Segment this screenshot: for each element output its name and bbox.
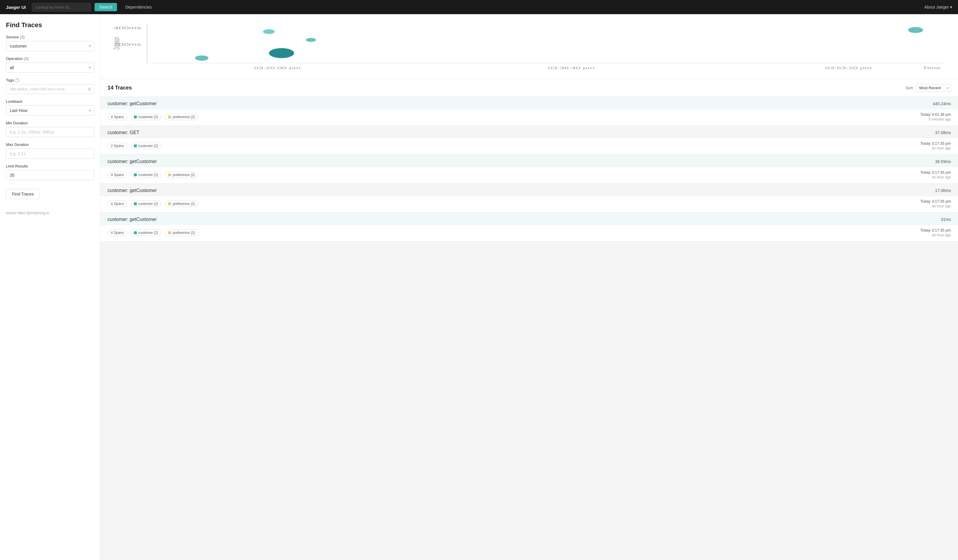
trace-clock: 4:01:36 pm (932, 112, 951, 117)
max-duration-input[interactable] (6, 149, 94, 158)
service-name: preference (2) (173, 202, 195, 206)
trace-ago: an hour ago (920, 233, 951, 237)
trace-spans: 2 Spans customer (2) (108, 142, 161, 149)
trace-duration: 31ms (941, 217, 951, 222)
trace-clock: 3:17:35 pm (932, 141, 951, 146)
trace-title: customer: getCustomer (108, 159, 157, 164)
trace-spans: 4 Spans customer (2) preference (2) (108, 172, 198, 178)
min-duration-group: Min Duration (6, 121, 94, 137)
svg-text:03:53:20 pm: 03:53:20 pm (825, 66, 872, 70)
service-tag: customer (2) (131, 172, 161, 178)
trace-card-body: 2 Spans customer (2) Today3:17:35 pm an … (100, 138, 958, 155)
service-name: customer (2) (138, 144, 158, 148)
chart-svg: 400ms 200ms 03:20:00 pm 03:36:40 pm 03:5… (109, 20, 949, 73)
trace-duration: 37.08ms (935, 130, 951, 135)
max-duration-group: Max Duration (6, 142, 94, 158)
dot-1 (195, 55, 208, 61)
dot-2 (263, 29, 275, 34)
trace-day: Today (920, 199, 931, 204)
trace-title: customer: GET (108, 130, 140, 135)
nav-dependencies[interactable]: Dependencies (122, 3, 155, 11)
service-dot (134, 173, 137, 176)
service-dot (134, 231, 137, 234)
trace-ago: an hour ago (920, 146, 951, 150)
source-link: source https://jimmysong.io (6, 211, 94, 215)
trace-card-body: 4 Spans customer (2) preference (2) Toda… (100, 225, 958, 241)
service-dot (168, 231, 171, 234)
spans-badge: 4 Spans (108, 201, 127, 207)
about-menu[interactable]: About Jaeger ▾ (924, 5, 952, 9)
trace-ago: an hour ago (920, 175, 951, 179)
svg-text:03:20:00 pm: 03:20:00 pm (254, 66, 301, 70)
svg-text:400ms: 400ms (113, 26, 141, 30)
min-duration-input[interactable] (6, 127, 94, 137)
service-tag: customer (2) (131, 229, 161, 236)
service-tag: customer (2) (131, 201, 161, 207)
search-button[interactable]: Search (95, 3, 117, 11)
sort-select[interactable]: Most Recent Longest First Shortest First… (916, 84, 951, 92)
service-name: preference (2) (173, 231, 195, 235)
service-dot (168, 173, 171, 176)
trace-clock: 3:17:35 pm (932, 199, 951, 204)
lookback-group: Lookback Last Hour Last 2 Hours Last 6 H… (6, 99, 94, 115)
chevron-down-icon: ▾ (950, 5, 952, 9)
service-label: Service (2) (6, 35, 94, 39)
service-dot (134, 144, 137, 147)
service-tag: preference (2) (165, 114, 198, 120)
find-traces-button[interactable]: Find Traces (6, 189, 40, 199)
service-dot (168, 202, 171, 205)
service-name: preference (2) (173, 173, 195, 177)
trace-day: Today (920, 170, 931, 174)
trace-clock: 3:17:35 pm (932, 170, 951, 174)
min-duration-label: Min Duration (6, 121, 94, 125)
lookback-select[interactable]: Last Hour Last 2 Hours Last 6 Hours Last… (6, 106, 94, 115)
dot-3 (269, 48, 294, 58)
scatter-chart: 400ms 200ms 03:20:00 pm 03:36:40 pm 03:5… (100, 14, 958, 79)
spans-badge: 4 Spans (108, 114, 127, 120)
tags-input[interactable] (6, 84, 94, 94)
service-dot (168, 115, 171, 119)
trace-card[interactable]: customer: GET 37.08ms 2 Spans customer (… (100, 126, 958, 155)
service-tag: preference (2) (165, 172, 198, 178)
limit-group: Limit Results (6, 164, 94, 180)
svg-text:Time: Time (923, 66, 941, 70)
trace-day: Today (920, 141, 931, 146)
trace-time: Today3:17:35 pm an hour ago (920, 170, 951, 179)
trace-time: Today3:17:35 pm an hour ago (920, 228, 951, 237)
page-title: Find Traces (6, 21, 94, 29)
svg-text:Duration: Duration (112, 37, 121, 49)
trace-duration: 38.59ms (935, 159, 951, 164)
service-name: customer (2) (138, 115, 158, 119)
limit-input[interactable] (6, 170, 94, 180)
trace-id-input[interactable] (32, 3, 91, 11)
trace-duration: 445.24ms (933, 101, 951, 106)
trace-card[interactable]: customer: getCustomer 31ms 4 Spans custo… (100, 213, 958, 242)
spans-badge: 4 Spans (108, 229, 127, 236)
trace-ago: 5 minutes ago (920, 117, 951, 122)
trace-card[interactable]: customer: getCustomer 38.59ms 4 Spans cu… (100, 155, 958, 184)
trace-title: customer: getCustomer (108, 101, 157, 106)
service-tag: preference (2) (165, 201, 198, 207)
service-tag: preference (2) (165, 229, 198, 236)
operation-label: Operation (3) (6, 56, 94, 61)
spans-badge: 4 Spans (108, 172, 127, 178)
trace-card[interactable]: customer: getCustomer 17.06ms 4 Spans cu… (100, 184, 958, 213)
trace-card[interactable]: customer: getCustomer 445.24ms 4 Spans c… (100, 97, 958, 126)
service-tag: customer (2) (131, 114, 161, 120)
service-dot (134, 202, 137, 205)
help-icon[interactable]: ? (15, 78, 19, 82)
operation-select[interactable]: all (6, 63, 94, 73)
trace-title: customer: getCustomer (108, 217, 157, 222)
service-name: customer (2) (138, 231, 158, 235)
operation-group: Operation (3) all (6, 56, 94, 73)
service-select[interactable]: customer (6, 41, 94, 51)
trace-card-body: 4 Spans customer (2) preference (2) Toda… (100, 109, 958, 125)
logo: Jaeger UI (6, 5, 26, 10)
trace-spans: 4 Spans customer (2) preference (2) (108, 229, 198, 236)
service-dot (134, 115, 137, 119)
trace-spans: 4 Spans customer (2) preference (2) (108, 114, 198, 120)
service-tag: customer (2) (131, 142, 161, 149)
service-name: customer (2) (138, 202, 158, 206)
dot-4 (306, 38, 316, 42)
service-group: Service (2) customer (6, 35, 94, 51)
